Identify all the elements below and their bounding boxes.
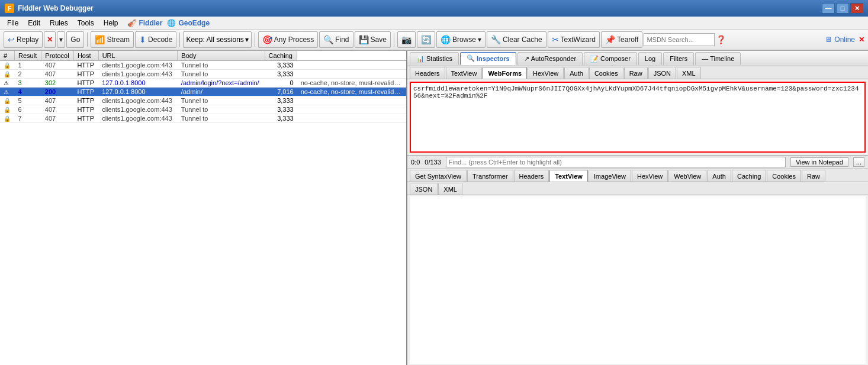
maximize-button[interactable]: □: [836, 3, 849, 14]
col-header-result[interactable]: Result: [15, 51, 41, 61]
res-tab-auth[interactable]: Auth: [707, 170, 731, 182]
online-button[interactable]: 🖥 Online: [825, 35, 855, 44]
tab-composer[interactable]: 📝 Composer: [584, 52, 637, 65]
menu-rules[interactable]: Rules: [45, 17, 73, 29]
res-tab-imageview[interactable]: ImageView: [589, 170, 631, 182]
any-process-button[interactable]: 🎯 Any Process: [258, 31, 318, 48]
res-tab-raw[interactable]: Raw: [802, 170, 825, 182]
view-notepad-button[interactable]: View in Notepad: [790, 157, 848, 167]
res-tab-caching[interactable]: Caching: [732, 170, 766, 182]
timeline-icon: —: [702, 55, 708, 62]
cell-host: clients1.google.com:443: [98, 96, 178, 105]
msdn-search-input[interactable]: [644, 33, 715, 46]
cell-caching: no-cache, no-store, must-revalidate, ma…: [297, 79, 406, 88]
minimize-button[interactable]: —: [822, 3, 835, 14]
screenshot-button[interactable]: 📷: [397, 31, 416, 48]
res-tab-textview[interactable]: TextView: [549, 170, 588, 182]
save-button[interactable]: 💾 Save: [355, 31, 391, 48]
cell-body: 3,333: [265, 70, 297, 79]
col-header-id[interactable]: #: [0, 51, 15, 61]
close-button[interactable]: ✕: [850, 3, 863, 14]
go-button[interactable]: Go: [66, 31, 84, 48]
autoresponder-icon: ↗: [524, 55, 529, 63]
cell-protocol: HTTP: [73, 96, 98, 105]
request-subtabs: Headers TextView WebForms HexView Auth C…: [407, 66, 868, 79]
table-row[interactable]: 🔒 7 407 HTTP clients1.google.com:443 Tun…: [0, 114, 406, 123]
refresh-button[interactable]: 🔄: [417, 31, 435, 48]
res-tab-json[interactable]: JSON: [410, 183, 438, 195]
tab-log[interactable]: Log: [638, 52, 662, 65]
menu-file[interactable]: File: [2, 17, 23, 29]
tab-timeline[interactable]: — Timeline: [695, 52, 741, 65]
browse-button[interactable]: 🌐 Browse ▾: [436, 31, 486, 48]
textwizard-button[interactable]: ✂ TextWizard: [548, 31, 600, 48]
res-tab-transformer[interactable]: Transformer: [467, 170, 513, 182]
col-header-host[interactable]: Host: [73, 51, 98, 61]
col-header-protocol[interactable]: Protocol: [41, 51, 74, 61]
screenshot-icon: 📷: [401, 35, 412, 44]
req-tab-cookies[interactable]: Cookies: [589, 67, 623, 79]
table-row[interactable]: 🔒 2 407 HTTP clients1.google.com:443 Tun…: [0, 70, 406, 79]
table-row[interactable]: ⚠ 3 302 HTTP 127.0.0.1:8000 /admin/login…: [0, 79, 406, 88]
tab-inspectors[interactable]: 🔍 Inspectors: [460, 52, 516, 65]
tearoff-button[interactable]: 📌 Tearoff: [601, 31, 642, 48]
fiddler-logo-label: Fiddler: [139, 19, 162, 27]
cell-icon: 🔒: [0, 70, 15, 79]
find-input[interactable]: [446, 157, 786, 167]
menu-help[interactable]: Help: [99, 17, 123, 29]
keep-dropdown-arrow: ▾: [245, 35, 249, 44]
find-label: Find: [335, 35, 349, 44]
req-tab-json[interactable]: JSON: [648, 67, 676, 79]
cell-protocol: HTTP: [73, 88, 98, 96]
tab-statistics[interactable]: 📊 Statistics: [410, 52, 459, 65]
stream-button[interactable]: 📶 Stream: [91, 31, 134, 48]
menu-tools[interactable]: Tools: [73, 17, 99, 29]
request-body-text: csrfmiddlewaretoken=Y1N9qJmWNuprS6nJII7Q…: [413, 85, 859, 99]
req-tab-hexview[interactable]: HexView: [528, 67, 564, 79]
browse-arrow: ▾: [478, 35, 481, 44]
decode-button[interactable]: ⬇ Decode: [135, 31, 176, 48]
keep-dropdown[interactable]: Keep: All sessions ▾: [183, 31, 251, 48]
clear-cache-icon: 🔧: [491, 35, 501, 44]
cell-icon: 🔒: [0, 114, 15, 123]
request-content-area: csrfmiddlewaretoken=Y1N9qJmWNuprS6nJII7Q…: [410, 82, 866, 153]
res-tab-headers[interactable]: Headers: [514, 170, 549, 182]
tab-autoresponder[interactable]: ↗ AutoResponder: [517, 52, 583, 65]
dropdown-arrow-icon: ▾: [59, 35, 63, 44]
response-tabs2: JSON XML: [407, 182, 868, 195]
req-tab-xml[interactable]: XML: [677, 67, 701, 79]
tab-filters[interactable]: Filters: [663, 52, 694, 65]
x-button[interactable]: ✕: [44, 31, 56, 48]
menu-edit[interactable]: Edit: [23, 17, 45, 29]
res-tab-webview[interactable]: WebView: [668, 170, 706, 182]
replay-button[interactable]: ↩ Replay: [4, 31, 43, 48]
col-header-body[interactable]: Body: [178, 51, 265, 61]
help-icon[interactable]: ❓: [716, 35, 726, 44]
table-row[interactable]: 🔒 5 407 HTTP clients1.google.com:443 Tun…: [0, 96, 406, 105]
req-tab-raw[interactable]: Raw: [624, 67, 648, 79]
req-tab-auth[interactable]: Auth: [564, 67, 589, 79]
table-row[interactable]: 🔒 1 407 HTTP clients1.google.com:443 Tun…: [0, 61, 406, 70]
find-icon: 🔍: [323, 35, 333, 44]
res-tab-xml[interactable]: XML: [438, 183, 462, 195]
cell-url: Tunnel to: [178, 114, 265, 123]
req-tab-webforms[interactable]: WebForms: [483, 67, 527, 79]
col-header-caching[interactable]: Caching: [265, 51, 297, 61]
cell-caching: [297, 96, 406, 105]
table-row[interactable]: ⚠ 4 200 HTTP 127.0.0.1:8000 /admin/ 7,01…: [0, 88, 406, 96]
find-button[interactable]: 🔍 Find: [319, 31, 353, 48]
cell-result: 407: [41, 114, 74, 123]
req-tab-headers[interactable]: Headers: [410, 67, 445, 79]
col-header-url[interactable]: URL: [98, 51, 178, 61]
res-tab-syntaxview[interactable]: Get SyntaxView: [410, 170, 467, 182]
table-row[interactable]: 🔒 6 407 HTTP clients1.google.com:443 Tun…: [0, 105, 406, 114]
replay-label: Replay: [17, 35, 38, 44]
res-tab-cookies[interactable]: Cookies: [767, 170, 801, 182]
dropdown-button[interactable]: ▾: [57, 31, 65, 48]
req-tab-textview[interactable]: TextView: [446, 67, 483, 79]
clear-cache-button[interactable]: 🔧 Clear Cache: [487, 31, 546, 48]
close-online-button[interactable]: ✕: [859, 35, 864, 44]
ellipsis-button[interactable]: ...: [853, 157, 864, 167]
cell-id: 6: [15, 105, 41, 114]
res-tab-hexview[interactable]: HexView: [632, 170, 668, 182]
